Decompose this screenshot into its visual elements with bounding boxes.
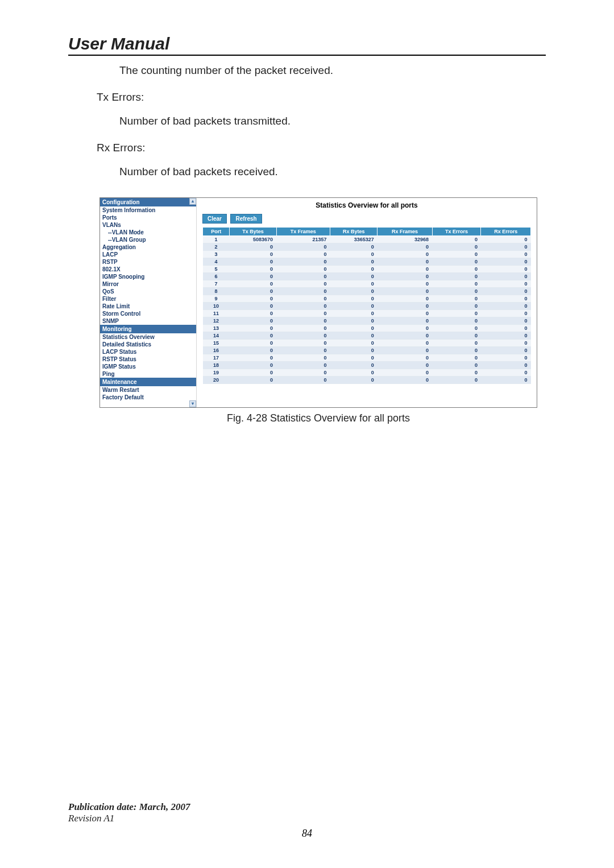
table-cell: 0 [377,324,432,332]
table-cell: 0 [230,339,276,346]
sidebar-item[interactable]: RSTP Status [100,356,196,363]
table-cell: 0 [432,361,481,369]
sidebar-item[interactable]: IGMP Snooping [100,273,196,280]
table-cell: 0 [230,287,276,295]
table-cell: 0 [432,280,481,287]
table-cell: 0 [481,295,531,302]
table-cell: 20 [203,376,230,383]
table-cell: 0 [377,309,432,317]
table-cell: 0 [276,272,330,280]
sidebar-header-config: Configuration [100,198,196,206]
table-cell: 0 [330,295,377,302]
sidebar-item[interactable]: 802.1X [100,266,196,273]
table-cell: 0 [377,272,432,280]
table-cell: 0 [276,287,330,295]
table-cell: 17 [203,354,230,361]
sidebar-item[interactable]: IGMP Status [100,363,196,370]
sidebar-nav: ▴ Configuration System InformationPortsV… [100,198,197,407]
table-cell: 21357 [276,235,330,243]
table-cell: 0 [330,272,377,280]
col-header: Tx Errors [432,227,481,235]
table-row: 19000000 [203,369,531,376]
table-cell: 32968 [377,235,432,243]
table-cell: 0 [230,324,276,332]
page-number: 84 [68,828,546,840]
table-cell: 0 [377,339,432,346]
table-cell: 0 [377,258,432,265]
table-cell: 0 [481,354,531,361]
table-row: 10000000 [203,302,531,309]
table-cell: 0 [230,258,276,265]
table-cell: 0 [481,309,531,317]
table-cell: 0 [276,295,330,302]
table-cell: 7 [203,280,230,287]
table-cell: 0 [276,265,330,272]
table-cell: 0 [276,243,330,250]
table-cell: 0 [377,295,432,302]
table-cell: 0 [432,265,481,272]
sidebar-item[interactable]: Aggregation [100,243,196,251]
col-header: Port [203,227,230,235]
publication-date: Publication date: March, 2007 [68,801,546,813]
table-row: 8000000 [203,287,531,295]
table-cell: 0 [276,376,330,383]
table-cell: 19 [203,369,230,376]
tx-errors-label: Tx Errors: [97,89,546,106]
table-cell: 0 [276,302,330,309]
table-row: 18000000 [203,361,531,369]
table-cell: 0 [481,287,531,295]
main-panel: Statistics Overview for all ports Clear … [197,198,537,407]
table-row: 5000000 [203,265,531,272]
sidebar-item[interactable]: Mirror [100,280,196,288]
table-cell: 0 [432,324,481,332]
sidebar-item[interactable]: Factory Default [100,394,196,401]
scroll-down-icon[interactable]: ▾ [189,400,196,407]
col-header: Rx Frames [377,227,432,235]
table-cell: 0 [377,369,432,376]
sidebar-item[interactable]: Statistics Overview [100,333,196,341]
sidebar-item[interactable]: LACP [100,251,196,258]
table-cell: 0 [377,250,432,258]
table-row: 150836702135733653273296800 [203,235,531,243]
table-cell: 14 [203,332,230,339]
sidebar-item[interactable]: Filter [100,295,196,303]
table-cell: 13 [203,324,230,332]
table-cell: 0 [276,369,330,376]
sidebar-item[interactable]: VLANs [100,221,196,229]
table-cell: 0 [330,250,377,258]
sidebar-item[interactable]: --VLAN Mode [100,229,196,236]
sidebar-item[interactable]: --VLAN Group [100,236,196,243]
stats-table: PortTx BytesTx FramesRx BytesRx FramesTx… [202,227,531,384]
scroll-up-icon[interactable]: ▴ [189,198,196,205]
sidebar-item[interactable]: Ping [100,370,196,378]
table-cell: 0 [481,265,531,272]
table-cell: 0 [432,346,481,354]
sidebar-item[interactable]: System Information [100,206,196,214]
refresh-button[interactable]: Refresh [230,214,262,224]
table-cell: 3365327 [330,235,377,243]
clear-button[interactable]: Clear [202,214,227,224]
sidebar-item[interactable]: SNMP [100,317,196,325]
table-row: 12000000 [203,317,531,324]
table-cell: 0 [330,265,377,272]
sidebar-item[interactable]: Storm Control [100,310,196,317]
table-row: 3000000 [203,250,531,258]
sidebar-item[interactable]: Ports [100,214,196,221]
table-cell: 0 [330,346,377,354]
sidebar-item[interactable]: LACP Status [100,348,196,356]
table-cell: 0 [330,361,377,369]
table-cell: 0 [377,332,432,339]
table-cell: 0 [377,287,432,295]
table-cell: 0 [481,332,531,339]
table-cell: 0 [432,369,481,376]
table-cell: 3 [203,250,230,258]
sidebar-item[interactable]: RSTP [100,258,196,266]
sidebar-item[interactable]: Rate Limit [100,303,196,310]
sidebar-item[interactable]: Warm Restart [100,386,196,394]
table-cell: 0 [481,302,531,309]
sidebar-item[interactable]: Detailed Statistics [100,341,196,348]
sidebar-header-maintenance: Maintenance [100,378,196,386]
table-cell: 16 [203,346,230,354]
sidebar-item[interactable]: QoS [100,288,196,295]
table-cell: 0 [230,309,276,317]
